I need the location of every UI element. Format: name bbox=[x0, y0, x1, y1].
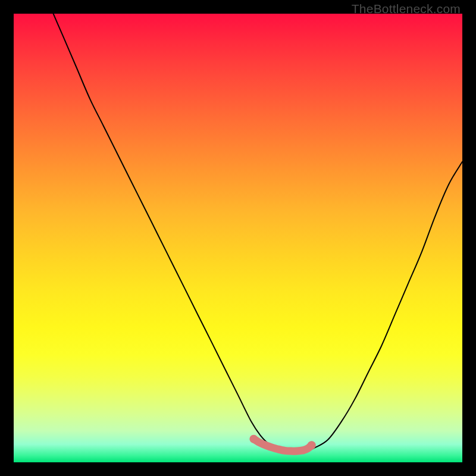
chart-svg bbox=[14, 14, 462, 462]
valley-highlight-stroke bbox=[253, 439, 311, 451]
valley-end-marker bbox=[308, 441, 316, 449]
chart-frame: TheBottleneck.com bbox=[0, 0, 476, 476]
valley-highlight bbox=[249, 435, 315, 451]
watermark-text: TheBottleneck.com bbox=[352, 2, 461, 16]
valley-end-marker bbox=[249, 435, 258, 443]
bottleneck-curve bbox=[14, 0, 462, 452]
